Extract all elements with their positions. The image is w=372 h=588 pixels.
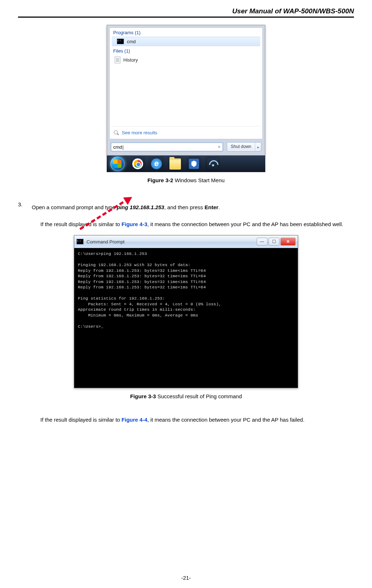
taskbar-chrome-icon[interactable] (132, 158, 143, 170)
taskbar-security-icon[interactable] (188, 158, 200, 170)
maximize-button[interactable]: ☐ (269, 238, 279, 246)
search-icon (114, 130, 119, 135)
cmd-window-title: Command Prompt (87, 239, 124, 244)
shutdown-button[interactable]: Shut down ▸ (227, 142, 261, 152)
text-cursor (122, 144, 124, 150)
file-item-history[interactable]: History (110, 55, 262, 65)
taskbar-ie-icon[interactable] (151, 158, 162, 170)
command-prompt-window: Command Prompt — ☐ ✕ C:\Users>ping 192.1… (74, 235, 298, 388)
programs-section-label: Programs (1) (110, 28, 262, 37)
windows-start-orb-icon[interactable] (110, 157, 125, 171)
step-number: 3. (18, 201, 24, 207)
file-item-label: History (123, 57, 138, 63)
cmd-window-icon (76, 239, 84, 244)
start-search-input[interactable]: cmd × (111, 142, 223, 152)
page-number: -21- (0, 575, 372, 581)
document-icon (115, 57, 120, 63)
files-section-label: Files (1) (110, 46, 262, 55)
cmd-output: C:\Users>ping 192.168.1.253 Pinging 192.… (74, 248, 298, 388)
close-button[interactable]: ✕ (280, 238, 296, 246)
shutdown-menu-arrow[interactable]: ▸ (255, 143, 261, 151)
success-explanation: If the result displayed is similar to Fi… (18, 218, 354, 230)
figure-3-2-caption: Figure 3-2 Windows Start Menu (18, 177, 354, 183)
figure-3-3-caption: Figure 3-3 Successful result of Ping com… (18, 393, 354, 399)
figure-4-3-link[interactable]: Figure 4-3 (121, 221, 147, 227)
step-3-instruction: Open a command prompt and type ping 192.… (32, 201, 220, 213)
cmd-icon (117, 39, 124, 44)
shutdown-label: Shut down (227, 143, 255, 151)
taskbar (107, 156, 265, 172)
fail-explanation: If the result displayed is similar to Fi… (18, 414, 354, 426)
start-menu-panel: Programs (1) cmd Files (1) History See (107, 25, 265, 156)
see-more-results[interactable]: See more results (110, 126, 262, 139)
clear-search-icon[interactable]: × (218, 144, 221, 150)
program-item-cmd[interactable]: cmd (112, 37, 260, 46)
search-text: cmd (113, 144, 122, 150)
figure-4-4-link[interactable]: Figure 4-4 (121, 417, 147, 423)
minimize-button[interactable]: — (257, 238, 267, 246)
program-item-label: cmd (127, 39, 136, 44)
taskbar-explorer-icon[interactable] (169, 158, 181, 170)
taskbar-network-icon[interactable] (207, 158, 218, 170)
see-more-label: See more results (122, 130, 157, 135)
document-header: User Manual of WAP-500N/WBS-500N (18, 7, 354, 18)
